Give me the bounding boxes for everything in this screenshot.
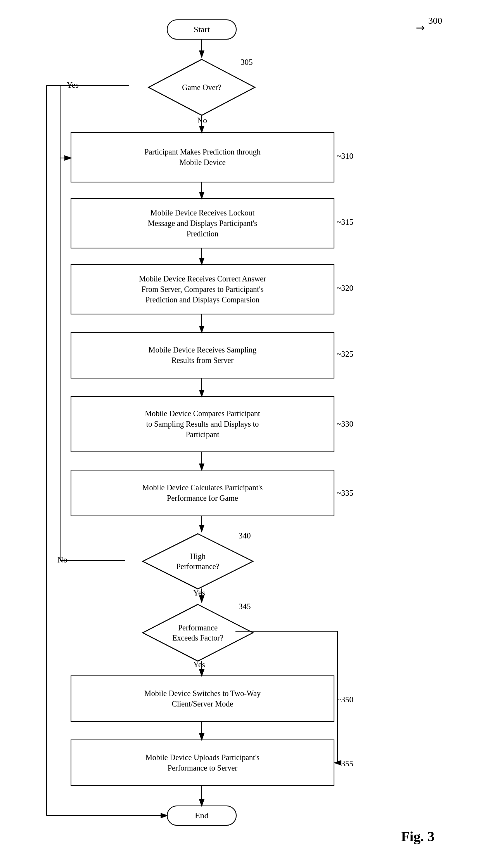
step-315-box: Mobile Device Receives Lockout Message a… — [71, 198, 334, 248]
diagram-container: 300 ↗ Start Game Over? 305 Yes No Partic… — [0, 0, 481, 868]
step-335-box: Mobile Device Calculates Participant's P… — [71, 470, 334, 516]
end-node: End — [167, 806, 237, 826]
ref-300: 300 — [428, 16, 442, 26]
step-355-label: ~355 — [337, 759, 353, 769]
step-320-box: Mobile Device Receives Correct Answer Fr… — [71, 264, 334, 314]
step-350-label: ~350 — [337, 695, 353, 705]
step-310-box: Participant Makes Prediction through Mob… — [71, 132, 334, 182]
step-340-label: 340 — [239, 531, 251, 541]
yes-perfexceeds-label: Yes — [193, 660, 205, 670]
step-345-label: 345 — [239, 602, 251, 611]
no-gameover-label: No — [197, 116, 207, 125]
yes-highperf-label: Yes — [193, 588, 205, 598]
game-over-diamond: Game Over? — [128, 56, 275, 118]
figure-label: Fig. 3 — [401, 828, 434, 845]
arrow-300-icon: ↗ — [413, 20, 428, 36]
step-325-label: ~325 — [337, 349, 353, 359]
step-350-box: Mobile Device Switches to Two-Way Client… — [71, 675, 334, 722]
step-330-label: ~330 — [337, 419, 353, 429]
step-315-label: ~315 — [337, 217, 353, 227]
step-330-box: Mobile Device Compares Participant to Sa… — [71, 396, 334, 452]
step-310-label: ~310 — [337, 151, 353, 161]
step-335-label: ~335 — [337, 488, 353, 498]
step-355-box: Mobile Device Uploads Participant's Perf… — [71, 740, 334, 786]
step-305-label: 305 — [240, 57, 253, 67]
yes-gameover-label: Yes — [67, 80, 79, 90]
step-325-box: Mobile Device Receives Sampling Results … — [71, 332, 334, 378]
no-highperf-label: No — [57, 555, 67, 565]
step-320-label: ~320 — [337, 283, 353, 293]
start-node: Start — [167, 19, 237, 40]
